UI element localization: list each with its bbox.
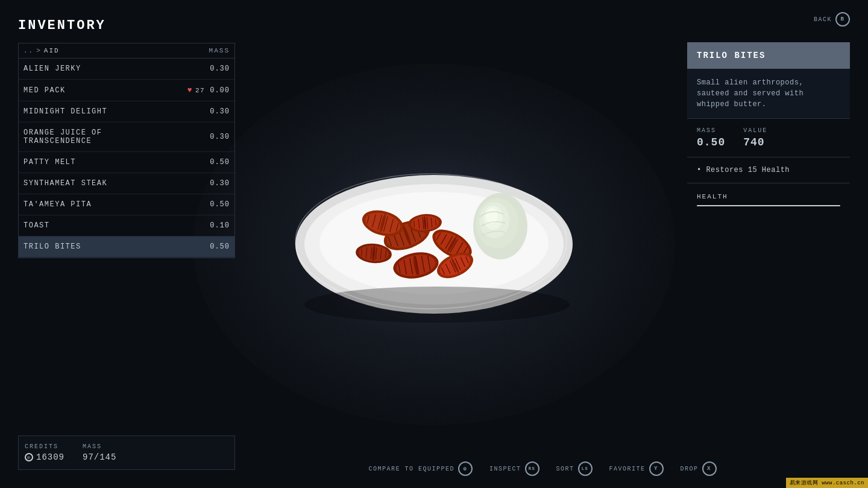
mass-stat-label: MASS [697, 127, 725, 134]
list-item[interactable]: MED PACK ♥ 27 0.00 [19, 80, 234, 101]
item-count: 27 [195, 87, 205, 94]
list-item[interactable]: MIDNIGHT DELIGHT 0.30 [19, 101, 234, 122]
left-panel: INVENTORY .. > AID MASS ALIEN JERKY 0.30… [18, 18, 235, 470]
item-name: PATTY MELT [24, 158, 210, 166]
drop-btn: X [702, 461, 717, 476]
favorite-label: FAVORITE [609, 466, 646, 472]
mass-stat: MASS 0.50 [697, 127, 725, 148]
item-health-section: HEALTH [687, 183, 850, 211]
inspect-btn: RS [525, 461, 539, 476]
item-effects: Restores 15 Health [687, 157, 850, 183]
drop-control[interactable]: DROP X [681, 461, 717, 476]
item-mass: 0.30 [210, 65, 230, 73]
sort-label: SORT [556, 466, 574, 472]
list-item[interactable]: SYNTHAMEAT STEAK 0.30 [19, 173, 234, 194]
item-list: ALIEN JERKY 0.30 MED PACK ♥ 27 0.00 MIDN… [19, 59, 234, 258]
item-extra: ♥ 27 [187, 86, 206, 95]
item-display [235, 0, 633, 440]
list-item[interactable]: ALIEN JERKY 0.30 [19, 59, 234, 80]
item-name: TRILO BITES [24, 242, 210, 251]
list-item[interactable]: ORANGE JUICE OFTRANSCENDENCE 0.30 [19, 122, 234, 152]
item-mass: 0.50 [210, 200, 230, 209]
credits-value: ⊙ 16309 [25, 452, 64, 462]
credits-amount: 16309 [36, 452, 64, 462]
page-title: INVENTORY [18, 18, 235, 33]
watermark: 易来游戏网 www.casch.cn [786, 478, 868, 488]
item-mass: 0.30 [210, 133, 230, 141]
item-mass: 0.50 [210, 158, 230, 166]
list-item[interactable]: PATTY MELT 0.50 [19, 152, 234, 173]
list-item[interactable]: TA'AMEYA PITA 0.50 [19, 194, 234, 215]
compare-label: COMPARE TO EQUIPPED [368, 466, 454, 472]
breadcrumb-current: AID [44, 47, 60, 54]
item-name: SYNTHAMEAT STEAK [24, 179, 210, 188]
item-detail-description-area: Small alien arthropods, sauteed and serv… [687, 69, 850, 119]
item-description: Small alien arthropods, sauteed and serv… [697, 77, 840, 110]
inspect-label: INSPECT [489, 466, 521, 472]
value-stat: VALUE 740 [743, 127, 767, 148]
compare-btn: ⊕ [458, 461, 473, 476]
item-mass: 0.50 [210, 242, 230, 251]
mass-stat-value: 0.50 [697, 136, 725, 148]
compare-control[interactable]: COMPARE TO EQUIPPED ⊕ [368, 461, 473, 476]
item-mass: 0.30 [210, 107, 230, 116]
value-stat-label: VALUE [743, 127, 767, 134]
inventory-footer: CREDITS ⊙ 16309 MASS 97/145 [18, 436, 235, 470]
item-name: TOAST [24, 221, 210, 230]
health-label: HEALTH [697, 193, 840, 200]
item-mass: 0.10 [210, 221, 230, 230]
effect-line: Restores 15 Health [697, 166, 840, 174]
credit-icon: ⊙ [25, 453, 33, 461]
item-detail-title: TRILO BITES [687, 42, 850, 69]
credits-label: CREDITS [25, 443, 64, 450]
right-panel: TRILO BITES Small alien arthropods, saut… [687, 42, 850, 211]
back-button[interactable]: BACK B [814, 12, 850, 27]
mass-label: MASS [83, 443, 116, 450]
item-name: ORANGE JUICE OFTRANSCENDENCE [24, 128, 210, 145]
mass-amount: 97/145 [83, 452, 116, 462]
item-name: MIDNIGHT DELIGHT [24, 107, 210, 116]
bottom-controls: COMPARE TO EQUIPPED ⊕ INSPECT RS SORT LS… [235, 461, 850, 476]
item-name: ALIEN JERKY [24, 65, 210, 73]
sort-control[interactable]: SORT LS [556, 461, 593, 476]
inventory-table: .. > AID MASS ALIEN JERKY 0.30 MED PACK … [18, 43, 235, 258]
value-stat-value: 740 [743, 136, 767, 148]
health-bar [697, 205, 840, 206]
back-label: BACK [814, 16, 832, 23]
favorite-control[interactable]: FAVORITE Y [609, 461, 664, 476]
mass-header: MASS [209, 47, 230, 54]
favorite-btn: Y [649, 461, 664, 476]
mass-section: MASS 97/145 [83, 443, 116, 462]
breadcrumb-parent: .. [24, 47, 34, 54]
breadcrumb[interactable]: .. > AID MASS [19, 43, 234, 59]
item-name: TA'AMEYA PITA [24, 200, 210, 209]
breadcrumb-separator: > [36, 47, 42, 54]
item-mass: 0.30 [210, 179, 230, 188]
item-3d-view [277, 106, 591, 335]
inspect-control[interactable]: INSPECT RS [489, 461, 539, 476]
item-mass: 0.00 [210, 86, 230, 95]
drop-label: DROP [681, 466, 699, 472]
back-btn-icon: B [835, 12, 850, 27]
credits-section: CREDITS ⊙ 16309 [25, 443, 64, 462]
list-item-selected[interactable]: TRILO BITES 0.50 [19, 236, 234, 258]
list-item[interactable]: TOAST 0.10 [19, 215, 234, 236]
item-name: MED PACK [24, 86, 187, 95]
mass-value: 97/145 [83, 452, 116, 462]
item-stats: MASS 0.50 VALUE 740 [687, 119, 850, 157]
svg-point-3 [304, 287, 570, 323]
heart-icon: ♥ [187, 86, 193, 95]
sort-btn: LS [578, 461, 593, 476]
